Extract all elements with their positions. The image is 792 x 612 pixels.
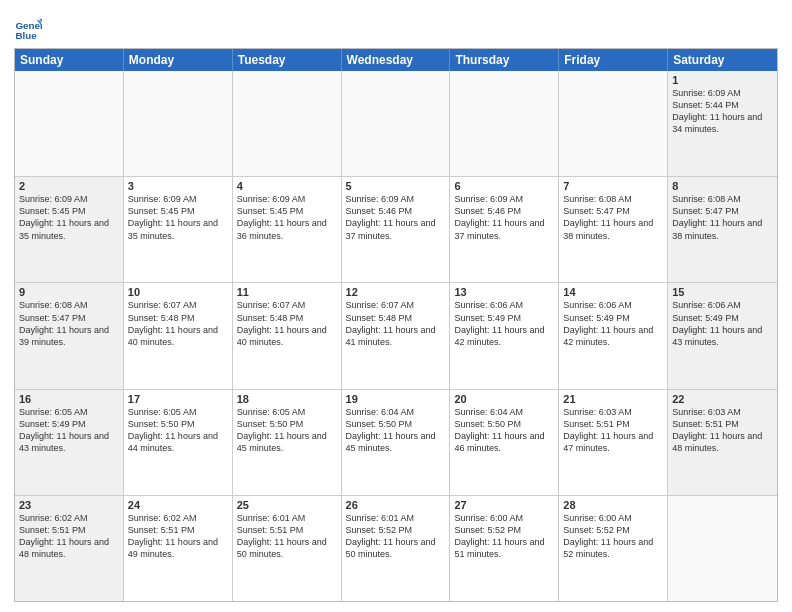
calendar-cell-empty [668,496,777,601]
day-info: Sunrise: 6:08 AM Sunset: 5:47 PM Dayligh… [19,299,119,348]
day-number: 12 [346,286,446,298]
calendar-cell-13: 13Sunrise: 6:06 AM Sunset: 5:49 PM Dayli… [450,283,559,388]
calendar-cell-22: 22Sunrise: 6:03 AM Sunset: 5:51 PM Dayli… [668,390,777,495]
day-number: 25 [237,499,337,511]
calendar-cell-empty [342,71,451,176]
calendar-cell-23: 23Sunrise: 6:02 AM Sunset: 5:51 PM Dayli… [15,496,124,601]
calendar-cell-24: 24Sunrise: 6:02 AM Sunset: 5:51 PM Dayli… [124,496,233,601]
day-info: Sunrise: 6:09 AM Sunset: 5:45 PM Dayligh… [19,193,119,242]
svg-text:Blue: Blue [15,30,37,41]
day-number: 11 [237,286,337,298]
calendar-cell-3: 3Sunrise: 6:09 AM Sunset: 5:45 PM Daylig… [124,177,233,282]
day-number: 26 [346,499,446,511]
calendar-cell-11: 11Sunrise: 6:07 AM Sunset: 5:48 PM Dayli… [233,283,342,388]
calendar-cell-5: 5Sunrise: 6:09 AM Sunset: 5:46 PM Daylig… [342,177,451,282]
day-info: Sunrise: 6:07 AM Sunset: 5:48 PM Dayligh… [128,299,228,348]
calendar-cell-empty [559,71,668,176]
calendar-week-5: 23Sunrise: 6:02 AM Sunset: 5:51 PM Dayli… [15,495,777,601]
day-number: 2 [19,180,119,192]
calendar-cell-empty [15,71,124,176]
day-info: Sunrise: 6:09 AM Sunset: 5:46 PM Dayligh… [454,193,554,242]
day-number: 14 [563,286,663,298]
day-header-saturday: Saturday [668,49,777,71]
day-info: Sunrise: 6:06 AM Sunset: 5:49 PM Dayligh… [563,299,663,348]
calendar-cell-7: 7Sunrise: 6:08 AM Sunset: 5:47 PM Daylig… [559,177,668,282]
calendar-cell-28: 28Sunrise: 6:00 AM Sunset: 5:52 PM Dayli… [559,496,668,601]
calendar-cell-empty [450,71,559,176]
day-number: 22 [672,393,773,405]
day-header-friday: Friday [559,49,668,71]
day-info: Sunrise: 6:04 AM Sunset: 5:50 PM Dayligh… [454,406,554,455]
day-number: 3 [128,180,228,192]
calendar-header: SundayMondayTuesdayWednesdayThursdayFrid… [15,49,777,71]
day-info: Sunrise: 6:06 AM Sunset: 5:49 PM Dayligh… [454,299,554,348]
calendar-week-1: 1Sunrise: 6:09 AM Sunset: 5:44 PM Daylig… [15,71,777,176]
day-number: 16 [19,393,119,405]
calendar-cell-18: 18Sunrise: 6:05 AM Sunset: 5:50 PM Dayli… [233,390,342,495]
day-header-monday: Monday [124,49,233,71]
day-info: Sunrise: 6:05 AM Sunset: 5:50 PM Dayligh… [128,406,228,455]
day-info: Sunrise: 6:03 AM Sunset: 5:51 PM Dayligh… [563,406,663,455]
day-number: 24 [128,499,228,511]
day-number: 15 [672,286,773,298]
calendar-cell-19: 19Sunrise: 6:04 AM Sunset: 5:50 PM Dayli… [342,390,451,495]
day-header-sunday: Sunday [15,49,124,71]
calendar-cell-12: 12Sunrise: 6:07 AM Sunset: 5:48 PM Dayli… [342,283,451,388]
day-info: Sunrise: 6:06 AM Sunset: 5:49 PM Dayligh… [672,299,773,348]
day-number: 8 [672,180,773,192]
calendar-cell-empty [233,71,342,176]
calendar-cell-2: 2Sunrise: 6:09 AM Sunset: 5:45 PM Daylig… [15,177,124,282]
day-info: Sunrise: 6:09 AM Sunset: 5:46 PM Dayligh… [346,193,446,242]
day-header-wednesday: Wednesday [342,49,451,71]
calendar-cell-10: 10Sunrise: 6:07 AM Sunset: 5:48 PM Dayli… [124,283,233,388]
calendar-cell-21: 21Sunrise: 6:03 AM Sunset: 5:51 PM Dayli… [559,390,668,495]
day-number: 9 [19,286,119,298]
day-header-thursday: Thursday [450,49,559,71]
day-number: 4 [237,180,337,192]
calendar-cell-25: 25Sunrise: 6:01 AM Sunset: 5:51 PM Dayli… [233,496,342,601]
day-info: Sunrise: 6:01 AM Sunset: 5:52 PM Dayligh… [346,512,446,561]
calendar-cell-4: 4Sunrise: 6:09 AM Sunset: 5:45 PM Daylig… [233,177,342,282]
day-info: Sunrise: 6:05 AM Sunset: 5:49 PM Dayligh… [19,406,119,455]
day-info: Sunrise: 6:04 AM Sunset: 5:50 PM Dayligh… [346,406,446,455]
calendar-body: 1Sunrise: 6:09 AM Sunset: 5:44 PM Daylig… [15,71,777,601]
day-number: 21 [563,393,663,405]
day-info: Sunrise: 6:03 AM Sunset: 5:51 PM Dayligh… [672,406,773,455]
day-number: 17 [128,393,228,405]
logo: General Blue [14,14,46,42]
calendar-cell-14: 14Sunrise: 6:06 AM Sunset: 5:49 PM Dayli… [559,283,668,388]
calendar-week-3: 9Sunrise: 6:08 AM Sunset: 5:47 PM Daylig… [15,282,777,388]
day-number: 1 [672,74,773,86]
day-info: Sunrise: 6:07 AM Sunset: 5:48 PM Dayligh… [237,299,337,348]
calendar-cell-15: 15Sunrise: 6:06 AM Sunset: 5:49 PM Dayli… [668,283,777,388]
day-number: 5 [346,180,446,192]
calendar: SundayMondayTuesdayWednesdayThursdayFrid… [14,48,778,602]
day-info: Sunrise: 6:05 AM Sunset: 5:50 PM Dayligh… [237,406,337,455]
day-info: Sunrise: 6:02 AM Sunset: 5:51 PM Dayligh… [19,512,119,561]
day-number: 19 [346,393,446,405]
calendar-cell-1: 1Sunrise: 6:09 AM Sunset: 5:44 PM Daylig… [668,71,777,176]
day-info: Sunrise: 6:09 AM Sunset: 5:45 PM Dayligh… [128,193,228,242]
day-number: 6 [454,180,554,192]
day-number: 23 [19,499,119,511]
calendar-cell-26: 26Sunrise: 6:01 AM Sunset: 5:52 PM Dayli… [342,496,451,601]
day-number: 27 [454,499,554,511]
day-info: Sunrise: 6:09 AM Sunset: 5:45 PM Dayligh… [237,193,337,242]
day-info: Sunrise: 6:00 AM Sunset: 5:52 PM Dayligh… [454,512,554,561]
calendar-cell-6: 6Sunrise: 6:09 AM Sunset: 5:46 PM Daylig… [450,177,559,282]
calendar-week-4: 16Sunrise: 6:05 AM Sunset: 5:49 PM Dayli… [15,389,777,495]
day-info: Sunrise: 6:02 AM Sunset: 5:51 PM Dayligh… [128,512,228,561]
day-number: 13 [454,286,554,298]
day-header-tuesday: Tuesday [233,49,342,71]
calendar-cell-9: 9Sunrise: 6:08 AM Sunset: 5:47 PM Daylig… [15,283,124,388]
calendar-cell-16: 16Sunrise: 6:05 AM Sunset: 5:49 PM Dayli… [15,390,124,495]
calendar-cell-17: 17Sunrise: 6:05 AM Sunset: 5:50 PM Dayli… [124,390,233,495]
day-info: Sunrise: 6:01 AM Sunset: 5:51 PM Dayligh… [237,512,337,561]
day-info: Sunrise: 6:07 AM Sunset: 5:48 PM Dayligh… [346,299,446,348]
day-number: 20 [454,393,554,405]
day-info: Sunrise: 6:00 AM Sunset: 5:52 PM Dayligh… [563,512,663,561]
day-number: 10 [128,286,228,298]
calendar-cell-8: 8Sunrise: 6:08 AM Sunset: 5:47 PM Daylig… [668,177,777,282]
day-number: 18 [237,393,337,405]
calendar-cell-27: 27Sunrise: 6:00 AM Sunset: 5:52 PM Dayli… [450,496,559,601]
